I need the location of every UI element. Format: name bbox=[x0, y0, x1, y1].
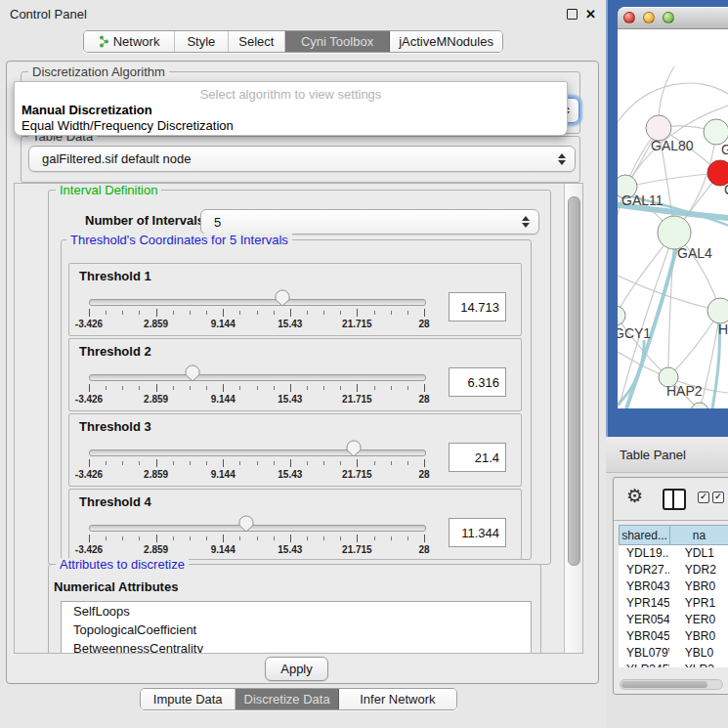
node-label: GAL80 bbox=[651, 138, 694, 153]
dropdown-option-manual-discretization[interactable]: Manual Discretization bbox=[21, 103, 152, 117]
slider-thumb[interactable] bbox=[275, 289, 290, 307]
slider-scale-label: 21.715 bbox=[342, 544, 372, 555]
close-icon[interactable]: ✕ bbox=[585, 9, 596, 20]
tab-cyni-toolbox[interactable]: Cyni Toolbox bbox=[285, 31, 390, 52]
threshold-slider[interactable]: -3.4262.8599.14415.4321.71528 bbox=[89, 515, 424, 558]
table-panel: ⚙ ✓ ✓ shared... na YDL19...YDL1YDR27...Y… bbox=[613, 477, 728, 695]
node-gal4[interactable] bbox=[658, 216, 691, 249]
cell-name[interactable]: YBL0 bbox=[669, 645, 728, 662]
table-data-select[interactable]: galFiltered.sif default node bbox=[28, 146, 576, 172]
scrollbar-thumb[interactable] bbox=[568, 196, 580, 566]
slider-ticks bbox=[89, 384, 424, 393]
node-label: H bbox=[718, 321, 728, 337]
numerical-attributes-list[interactable]: SelfLoopsTopologicalCoefficientBetweenne… bbox=[61, 601, 532, 654]
threshold-value-field[interactable]: 11.344 bbox=[449, 518, 506, 547]
slider-track[interactable] bbox=[89, 525, 426, 532]
table-row[interactable]: YPR145WYPR1 bbox=[619, 595, 728, 612]
column-header-name[interactable]: na bbox=[670, 525, 728, 545]
slider-thumb[interactable] bbox=[185, 364, 200, 382]
slider-track[interactable] bbox=[89, 374, 426, 381]
tab-label: Select bbox=[238, 34, 274, 49]
slider-track[interactable] bbox=[89, 450, 426, 456]
cell-shared-name[interactable]: YDR27... bbox=[619, 562, 669, 578]
slider-track[interactable] bbox=[89, 299, 426, 306]
network-window-titlebar[interactable] bbox=[618, 7, 728, 29]
threshold-label: Threshold 1 bbox=[79, 269, 151, 283]
attribute-item[interactable]: TopologicalCoefficient bbox=[62, 621, 531, 639]
cell-shared-name[interactable]: YBR043C bbox=[619, 578, 669, 595]
network-canvas[interactable]: GAL80 GA C GAL11 GAL4 GCY1 H HAP2 bbox=[618, 29, 728, 408]
table-row[interactable]: YBR045CYBR0 bbox=[619, 628, 728, 645]
panel-vertical-scrollbar[interactable] bbox=[564, 184, 582, 653]
tab-label: Discretize Data bbox=[244, 692, 330, 707]
table-panel-title: Table Panel bbox=[620, 448, 686, 462]
thresholds-group-label: Threshold's Coordinates for 5 Intervals bbox=[66, 234, 292, 246]
table-row[interactable]: YDR27...YDR2 bbox=[619, 562, 728, 578]
table-row[interactable]: YDL19...YDL1 bbox=[619, 545, 728, 562]
dropdown-option-equal-width-frequency[interactable]: Equal Width/Frequency Discretization bbox=[21, 118, 234, 133]
slider-thumb[interactable] bbox=[238, 515, 254, 533]
settings-scroll-pane: Interval Definition Number of Intervals … bbox=[14, 183, 583, 654]
network-edge bbox=[618, 83, 728, 122]
threshold-slider[interactable]: -3.4262.8599.14415.4321.71528 bbox=[89, 364, 424, 407]
table-row[interactable]: YLR345WYLR3 bbox=[619, 662, 728, 667]
attribute-item[interactable]: SelfLoops bbox=[62, 602, 531, 621]
tab-discretize-data[interactable]: Discretize Data bbox=[236, 689, 338, 709]
checkbox-icon[interactable]: ✓ bbox=[712, 492, 724, 503]
cell-name[interactable]: YBR0 bbox=[669, 578, 728, 595]
gear-icon[interactable]: ⚙ bbox=[626, 486, 643, 507]
combo-arrows-icon bbox=[520, 216, 531, 228]
cell-name[interactable]: YDL1 bbox=[669, 545, 728, 562]
cell-name[interactable]: YBR0 bbox=[669, 628, 728, 645]
cell-name[interactable]: YPR1 bbox=[669, 595, 728, 612]
zoom-traffic-light-icon[interactable] bbox=[663, 12, 674, 23]
threshold-slider[interactable]: -3.4262.8599.14415.4321.71528 bbox=[89, 289, 424, 332]
slider-scale-label: -3.426 bbox=[75, 319, 103, 329]
number-of-intervals-value: 5 bbox=[201, 215, 520, 230]
tab-network[interactable]: Network bbox=[84, 31, 175, 52]
cell-name[interactable]: YER0 bbox=[669, 612, 728, 628]
checkbox-icon[interactable]: ✓ bbox=[698, 492, 709, 503]
float-window-icon[interactable] bbox=[567, 9, 578, 20]
node-label: GCY1 bbox=[618, 325, 651, 341]
cell-shared-name[interactable]: YPR145W bbox=[619, 595, 669, 612]
cell-shared-name[interactable]: YDL19... bbox=[619, 545, 669, 562]
cell-shared-name[interactable]: YBR045C bbox=[619, 628, 669, 645]
threshold-label: Threshold 4 bbox=[79, 494, 151, 509]
threshold-slider[interactable]: -3.4262.8599.14415.4321.71528 bbox=[89, 440, 424, 483]
column-header-shared-name[interactable]: shared... bbox=[619, 525, 670, 545]
table-row[interactable]: YER054CYER0 bbox=[619, 612, 728, 628]
cell-shared-name[interactable]: YER054C bbox=[619, 612, 669, 628]
table-row[interactable]: YBL079WYBL0 bbox=[619, 645, 728, 662]
cell-name[interactable]: YLR3 bbox=[669, 662, 728, 667]
node-label: C bbox=[724, 182, 728, 197]
apply-button[interactable]: Apply bbox=[265, 657, 328, 681]
minimize-traffic-light-icon[interactable] bbox=[643, 12, 655, 23]
slider-scale-label: 9.144 bbox=[211, 394, 236, 405]
tab-jactivemnodules[interactable]: jActiveMNodules bbox=[390, 31, 502, 52]
tab-style[interactable]: Style bbox=[175, 31, 229, 52]
attribute-item[interactable]: BetweennessCentrality bbox=[62, 639, 531, 654]
cell-shared-name[interactable]: YLR345W bbox=[619, 662, 669, 667]
number-of-intervals-select[interactable]: 5 bbox=[200, 209, 539, 235]
slider-thumb[interactable] bbox=[346, 440, 362, 457]
threshold-value-field[interactable]: 6.316 bbox=[449, 367, 506, 397]
scrollbar-thumb[interactable] bbox=[621, 681, 707, 688]
node-gcy1[interactable] bbox=[618, 306, 625, 325]
tab-select[interactable]: Select bbox=[229, 31, 285, 52]
slider-scale-label: 9.144 bbox=[211, 469, 236, 480]
table-horizontal-scrollbar[interactable] bbox=[620, 679, 723, 690]
node-h[interactable] bbox=[707, 298, 728, 323]
columns-icon[interactable] bbox=[663, 489, 686, 510]
number-of-intervals-label: Number of Intervals bbox=[85, 213, 204, 228]
screen: Control Panel ✕ Network Style Select Cyn… bbox=[0, 0, 728, 728]
tab-impute-data[interactable]: Impute Data bbox=[141, 689, 236, 709]
cell-shared-name[interactable]: YBL079W bbox=[619, 645, 669, 662]
cell-name[interactable]: YDR2 bbox=[669, 562, 728, 578]
threshold-value-field[interactable]: 21.4 bbox=[449, 443, 506, 472]
table-row[interactable]: YBR043CYBR0 bbox=[619, 578, 728, 595]
close-traffic-light-icon[interactable] bbox=[623, 12, 635, 23]
threshold-value-field[interactable]: 14.713 bbox=[449, 292, 506, 321]
table-rows: YDL19...YDL1YDR27...YDR2YBR043CYBR0YPR14… bbox=[619, 545, 728, 667]
tab-infer-network[interactable]: Infer Network bbox=[339, 689, 456, 709]
